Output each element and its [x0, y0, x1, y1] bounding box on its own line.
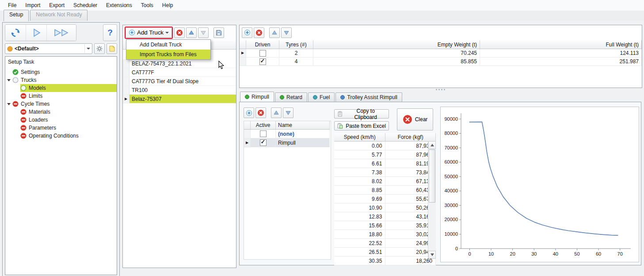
- help-button[interactable]: ?: [103, 24, 117, 41]
- expand-arrow-icon[interactable]: [5, 78, 12, 82]
- rimpull-table-row[interactable]: 8.02 67,138: [334, 177, 436, 186]
- menu-item[interactable]: File: [4, 0, 21, 10]
- move-down-button[interactable]: [198, 27, 209, 38]
- speed-cell[interactable]: 18.80: [334, 230, 385, 238]
- table-row[interactable]: 4 85.855 251.987: [240, 58, 642, 66]
- rimpull-table-row[interactable]: 22.52 24,993: [334, 239, 436, 248]
- detail-tab[interactable]: Fuel: [308, 92, 335, 102]
- tyres-cell[interactable]: 2: [279, 49, 313, 57]
- delete-truck-button[interactable]: [174, 27, 185, 38]
- clear-button[interactable]: Clear: [397, 108, 433, 130]
- rimpull-table-row[interactable]: 5.77 87,961: [334, 150, 436, 159]
- speed-cell[interactable]: 5.77: [334, 150, 385, 159]
- tree-item-cycle-times[interactable]: Cycle Times: [5, 100, 117, 108]
- speed-cell[interactable]: 15.66: [334, 221, 385, 230]
- rimpull-table-row[interactable]: 15.66 35,910: [334, 221, 436, 230]
- active-checkbox[interactable]: [260, 139, 267, 146]
- menu-item[interactable]: Export: [45, 0, 69, 10]
- speed-cell[interactable]: 7.38: [334, 168, 385, 176]
- active-checkbox[interactable]: [260, 130, 267, 137]
- speed-cell[interactable]: 12.83: [334, 212, 385, 221]
- vertical-scrollbar[interactable]: [428, 141, 436, 259]
- menu-item[interactable]: Help: [158, 0, 178, 10]
- paste-from-excel-button[interactable]: Paste from Excel: [334, 121, 389, 130]
- speed-cell[interactable]: 0.00: [334, 142, 385, 150]
- speed-cell[interactable]: 8.85: [334, 186, 385, 194]
- speed-cell[interactable]: 30.35: [334, 257, 385, 265]
- scroll-down-button[interactable]: [428, 251, 436, 259]
- speed-cell[interactable]: 10.90: [334, 203, 385, 212]
- truck-list-item[interactable]: ▶ TR100: [123, 86, 236, 95]
- empty-weight-cell[interactable]: 70.245: [313, 49, 480, 57]
- table-row[interactable]: (none): [244, 130, 330, 138]
- add-truck-button[interactable]: Add Truck: [126, 27, 172, 38]
- tree-item-loaders[interactable]: Loaders: [5, 116, 117, 124]
- menu-item[interactable]: Import: [21, 0, 45, 10]
- delete-row-button[interactable]: [254, 27, 264, 38]
- speed-cell[interactable]: 8.02: [334, 177, 385, 185]
- tree-item-settings[interactable]: Settings: [5, 68, 117, 76]
- speed-cell[interactable]: 26.51: [334, 248, 385, 256]
- move-down-button[interactable]: [283, 107, 293, 118]
- move-up-button[interactable]: [271, 107, 282, 118]
- tab-setup[interactable]: Setup: [4, 10, 29, 21]
- detail-tab[interactable]: Rimpull: [240, 92, 274, 102]
- rimpull-table-row[interactable]: 8.85 60,433: [334, 186, 436, 195]
- driven-checkbox[interactable]: [259, 58, 266, 65]
- curve-name-cell[interactable]: (none): [276, 130, 330, 138]
- settings-gear-button[interactable]: [94, 43, 105, 54]
- rimpull-table-row[interactable]: 7.38 73,843: [334, 168, 436, 177]
- tree-item-models[interactable]: Models: [5, 84, 117, 92]
- tree-item-materials[interactable]: Materials: [5, 108, 117, 116]
- move-down-button[interactable]: [281, 27, 292, 38]
- rimpull-table-row[interactable]: 9.69 55,674: [334, 195, 436, 203]
- rimpull-table-row[interactable]: 30.35 18,260: [334, 257, 436, 265]
- full-weight-cell[interactable]: 251.987: [480, 58, 642, 65]
- rimpull-table-row[interactable]: 26.51 20,940: [334, 248, 436, 257]
- scroll-up-button[interactable]: [428, 141, 436, 149]
- tree-item-trucks[interactable]: Trucks: [5, 76, 117, 84]
- move-up-button[interactable]: [269, 27, 280, 38]
- rimpull-table-row[interactable]: 12.83 43,167: [334, 212, 436, 221]
- table-row[interactable]: ▶ 2 70.245 124.113: [240, 49, 642, 58]
- speed-cell[interactable]: 22.52: [334, 239, 385, 247]
- refresh-button[interactable]: [5, 25, 26, 41]
- add-row-button[interactable]: [242, 27, 252, 38]
- detail-tab[interactable]: Retard: [275, 92, 307, 102]
- tree-item-parameters[interactable]: Parameters: [5, 124, 117, 132]
- tyres-cell[interactable]: 4: [279, 58, 313, 65]
- tree-item-operating-conditions[interactable]: Operating Conditions: [5, 132, 117, 140]
- tree-item-limits[interactable]: Limits: [5, 92, 117, 100]
- rimpull-table-row[interactable]: 10.90 50,267: [334, 203, 436, 212]
- full-weight-cell[interactable]: 124.113: [480, 49, 642, 57]
- preset-combobox[interactable]: <Default>: [5, 43, 92, 54]
- rimpull-table-row[interactable]: 6.61 81,197: [334, 159, 436, 168]
- curve-name-cell[interactable]: Rimpull: [276, 138, 330, 147]
- add-curve-button[interactable]: [244, 107, 254, 118]
- copy-to-clipboard-button[interactable]: Copy to Clipboard: [334, 109, 389, 119]
- speed-cell[interactable]: 6.61: [334, 159, 385, 168]
- rimpull-table-row[interactable]: 18.80 30,027: [334, 230, 436, 239]
- run-all-button[interactable]: [47, 25, 76, 41]
- menu-item[interactable]: Scheduler: [69, 0, 102, 10]
- move-up-button[interactable]: [186, 27, 197, 38]
- dropdown-menu-item[interactable]: Import Trucks from Files: [126, 50, 210, 59]
- dropdown-menu-item[interactable]: Add Default Truck: [126, 40, 210, 50]
- menu-item[interactable]: Extensions: [102, 0, 137, 10]
- speed-cell[interactable]: 9.69: [334, 195, 385, 203]
- empty-weight-cell[interactable]: 85.855: [313, 58, 480, 65]
- truck-list-item[interactable]: ▶ Belaz-75307: [123, 95, 236, 104]
- save-button[interactable]: [213, 27, 224, 38]
- expand-arrow-icon[interactable]: [5, 102, 12, 106]
- driven-checkbox[interactable]: [259, 50, 266, 57]
- scrollbar-thumb[interactable]: [429, 150, 435, 203]
- run-button[interactable]: [26, 25, 47, 41]
- panel-splitter[interactable]: [239, 88, 641, 91]
- detail-tab[interactable]: Trolley Assist Rimpull: [335, 92, 402, 102]
- combo-dropdown-button[interactable]: [84, 44, 92, 53]
- menu-item[interactable]: Tools: [137, 0, 158, 10]
- notes-button[interactable]: [107, 43, 117, 54]
- rimpull-table-row[interactable]: 0.00 87,933: [334, 142, 436, 150]
- delete-curve-button[interactable]: [255, 107, 266, 118]
- truck-list-item[interactable]: ▶ CAT777G Tier 4f Dual Slope: [123, 77, 236, 86]
